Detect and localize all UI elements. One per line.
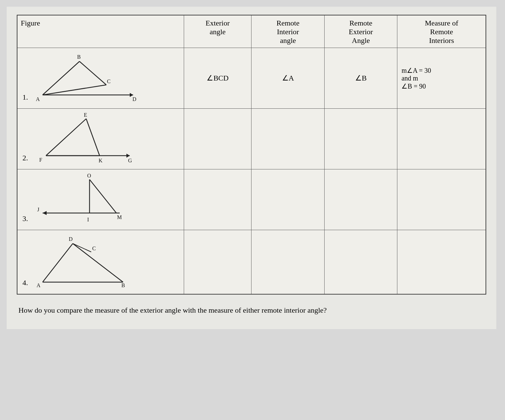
header-remote-int: Remote Interior angle bbox=[251, 15, 324, 48]
row-num-3: 3. bbox=[22, 214, 33, 226]
table-row: 2. F E bbox=[17, 109, 486, 169]
svg-text:C: C bbox=[92, 246, 96, 251]
exterior-3 bbox=[184, 169, 251, 230]
header-exterior: Exterior angle bbox=[184, 15, 251, 48]
figure-2-svg: F E K G bbox=[33, 112, 136, 166]
svg-line-21 bbox=[90, 179, 116, 213]
row-num-2: 2. bbox=[22, 154, 33, 166]
remote-ext-1: ∠B bbox=[324, 48, 397, 109]
svg-line-11 bbox=[46, 119, 86, 156]
svg-text:F: F bbox=[39, 157, 42, 163]
svg-text:D: D bbox=[132, 96, 136, 102]
svg-text:M: M bbox=[117, 214, 122, 220]
figure-cell-4: 4. A B D bbox=[17, 230, 184, 295]
header-remote-ext: Remote Exterior Angle bbox=[324, 15, 397, 48]
svg-text:K: K bbox=[99, 158, 103, 163]
svg-text:A: A bbox=[37, 282, 41, 288]
figure-cell-3: 3. J I bbox=[17, 169, 184, 230]
measure-3 bbox=[397, 169, 486, 230]
remote-ext-4 bbox=[324, 230, 397, 295]
remote-ext-3 bbox=[324, 169, 397, 230]
exterior-4 bbox=[184, 230, 251, 295]
svg-text:J: J bbox=[37, 207, 39, 212]
svg-line-27 bbox=[43, 244, 73, 282]
measure-4 bbox=[397, 230, 486, 295]
remote-ext-2 bbox=[324, 109, 397, 169]
figure-3-svg: J I M O bbox=[33, 173, 136, 226]
svg-text:C: C bbox=[107, 78, 111, 84]
svg-marker-10 bbox=[126, 154, 130, 158]
main-table: Figure Exterior angle Remote Interior an… bbox=[17, 15, 486, 295]
svg-text:B: B bbox=[121, 282, 125, 288]
svg-text:I: I bbox=[87, 217, 89, 222]
figure-cell-2: 2. F E bbox=[17, 109, 184, 169]
svg-line-12 bbox=[86, 119, 100, 156]
header-figure: Figure bbox=[17, 15, 184, 48]
figure-cell-1: 1. bbox=[17, 48, 184, 109]
page: Figure Exterior angle Remote Interior an… bbox=[7, 7, 496, 329]
table-row: 3. J I bbox=[17, 169, 486, 230]
svg-marker-19 bbox=[43, 211, 47, 215]
row-num-4: 4. bbox=[22, 278, 33, 291]
svg-line-3 bbox=[79, 61, 106, 85]
figure-4-svg: A B D C bbox=[33, 233, 136, 291]
remote-int-2 bbox=[251, 109, 324, 169]
svg-text:G: G bbox=[128, 158, 132, 163]
table-row: 1. bbox=[17, 48, 486, 109]
svg-text:B: B bbox=[77, 54, 81, 60]
exterior-2 bbox=[184, 109, 251, 169]
measure-1: m∠A = 30 and m ∠B = 90 bbox=[397, 48, 486, 109]
table-row: 4. A B D bbox=[17, 230, 486, 295]
svg-text:O: O bbox=[87, 173, 91, 178]
svg-text:A: A bbox=[36, 96, 40, 102]
exterior-1: ∠BCD bbox=[184, 48, 251, 109]
row-num-1: 1. bbox=[22, 93, 33, 105]
measure-2 bbox=[397, 109, 486, 169]
question-text: How do you compare the measure of the ex… bbox=[17, 305, 486, 316]
header-measure: Measure of Remote Interiors bbox=[397, 15, 486, 48]
svg-line-28 bbox=[73, 244, 123, 282]
remote-int-3 bbox=[251, 169, 324, 230]
svg-text:D: D bbox=[69, 236, 73, 242]
remote-int-1: ∠A bbox=[251, 48, 324, 109]
remote-int-4 bbox=[251, 230, 324, 295]
svg-text:E: E bbox=[84, 112, 87, 118]
figure-1-svg: A B C D bbox=[33, 51, 140, 105]
